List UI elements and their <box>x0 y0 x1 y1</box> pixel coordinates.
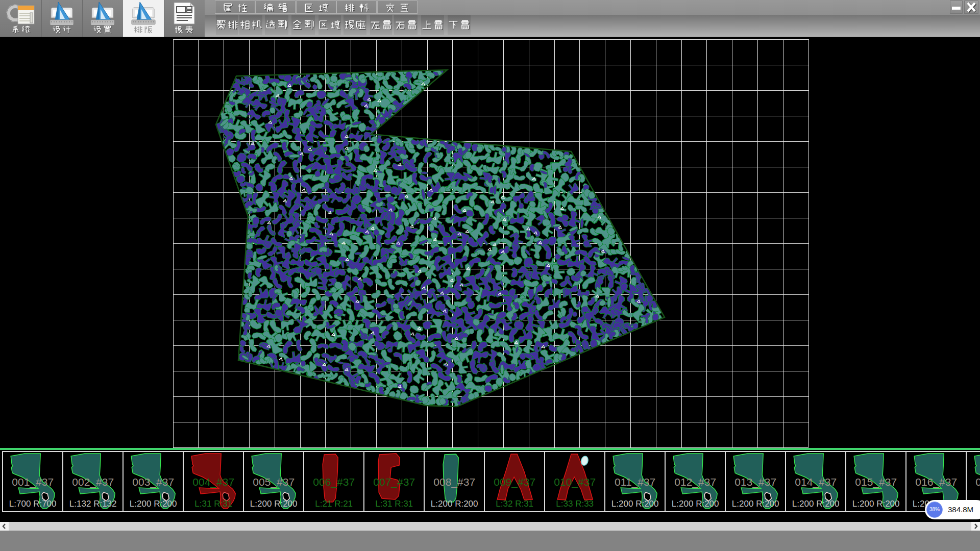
svg-text:007_#37: 007_#37 <box>373 476 415 488</box>
svg-text:012_#37: 012_#37 <box>674 476 716 488</box>
svg-text:L:32 R:31: L:32 R:31 <box>496 499 533 509</box>
svg-text:006_#37: 006_#37 <box>313 476 355 488</box>
svg-text:L:200 R:200: L:200 R:200 <box>611 499 659 509</box>
svg-text:L:700 R:700: L:700 R:700 <box>9 499 57 509</box>
svg-text:L:200 R:200: L:200 R:200 <box>792 499 840 509</box>
svg-text:008_#37: 008_#37 <box>433 476 475 488</box>
svg-text:001_#37: 001_#37 <box>12 476 54 488</box>
svg-text:002_#37: 002_#37 <box>72 476 114 488</box>
svg-text:L:21 R:21: L:21 R:21 <box>315 499 353 509</box>
svg-text:003_#37: 003_#37 <box>132 476 174 488</box>
svg-text:L:132 R:132: L:132 R:132 <box>69 499 117 509</box>
svg-text:013_#37: 013_#37 <box>734 476 776 488</box>
svg-text:L:200 R:200: L:200 R:200 <box>852 499 900 509</box>
svg-text:004_#37: 004_#37 <box>192 476 234 488</box>
svg-text:015_#37: 015_#37 <box>855 476 897 488</box>
svg-text:L:200 R:200: L:200 R:200 <box>431 499 478 509</box>
svg-text:L:200 R:200: L:200 R:200 <box>672 499 719 509</box>
svg-text:L:200 R:200: L:200 R:200 <box>250 499 298 509</box>
svg-text:L:200 R:200: L:200 R:200 <box>130 499 177 509</box>
svg-text:L:31 R:31: L:31 R:31 <box>194 499 232 509</box>
svg-text:017_#37: 017_#37 <box>975 476 980 488</box>
svg-text:L:200 R:200: L:200 R:200 <box>732 499 779 509</box>
svg-text:014_#37: 014_#37 <box>795 476 837 488</box>
svg-text:L:31 R:31: L:31 R:31 <box>375 499 413 509</box>
svg-text:005_#37: 005_#37 <box>253 476 295 488</box>
svg-text:016_#37: 016_#37 <box>915 476 957 488</box>
svg-text:010_#37: 010_#37 <box>554 476 596 488</box>
svg-text:L:33 R:33: L:33 R:33 <box>556 499 594 509</box>
svg-text:011_#37: 011_#37 <box>615 476 655 488</box>
svg-text:009_#37: 009_#37 <box>494 476 535 488</box>
